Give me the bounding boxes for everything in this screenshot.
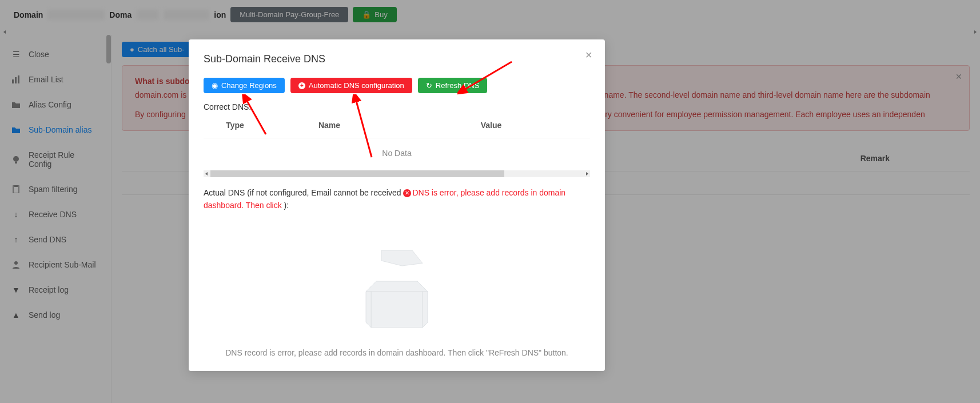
refresh-label: Refresh DNS [436, 81, 480, 90]
svg-marker-12 [423, 292, 428, 328]
auto-dns-button[interactable]: + Automatic DNS configuration [290, 78, 412, 93]
refresh-icon: ↻ [426, 81, 432, 90]
plus-circle-icon: + [298, 82, 305, 89]
empty-state: DNS record is error, please add records … [204, 235, 590, 357]
actual-dns-text: Actual DNS (if not configured, Email can… [204, 186, 590, 212]
col-type: Type [204, 121, 266, 130]
scroll-right-icon [586, 172, 588, 175]
empty-box-icon [345, 235, 448, 338]
scroll-thumb[interactable] [210, 170, 504, 177]
modal-close-button[interactable]: ✕ [585, 50, 592, 61]
svg-marker-11 [366, 292, 371, 328]
location-icon: ◉ [212, 81, 218, 90]
modal-title: Sub-Domain Receive DNS [204, 53, 590, 65]
change-regions-label: Change Regions [221, 81, 277, 90]
svg-marker-9 [366, 281, 428, 292]
change-regions-button[interactable]: ◉ Change Regions [204, 78, 285, 93]
svg-rect-10 [371, 292, 423, 328]
modal-button-row: ◉ Change Regions + Automatic DNS configu… [204, 78, 590, 93]
table-h-scroll[interactable] [204, 170, 590, 177]
correct-dns-label: Correct DNS: [204, 102, 590, 111]
svg-marker-8 [381, 250, 423, 266]
dns-modal: ✕ Sub-Domain Receive DNS ◉ Change Region… [189, 39, 605, 371]
refresh-dns-button[interactable]: ↻ Refresh DNS [418, 78, 488, 93]
empty-state-text: DNS record is error, please add records … [225, 348, 568, 357]
error-badge-icon: ✕ [403, 189, 411, 197]
no-data-cell: No Data [204, 138, 590, 168]
auto-dns-label: Automatic DNS configuration [309, 81, 404, 90]
col-name: Name [266, 121, 392, 130]
scroll-left-icon [205, 172, 208, 175]
modal-table-header: Type Name Value [204, 121, 590, 138]
col-value: Value [392, 121, 590, 130]
